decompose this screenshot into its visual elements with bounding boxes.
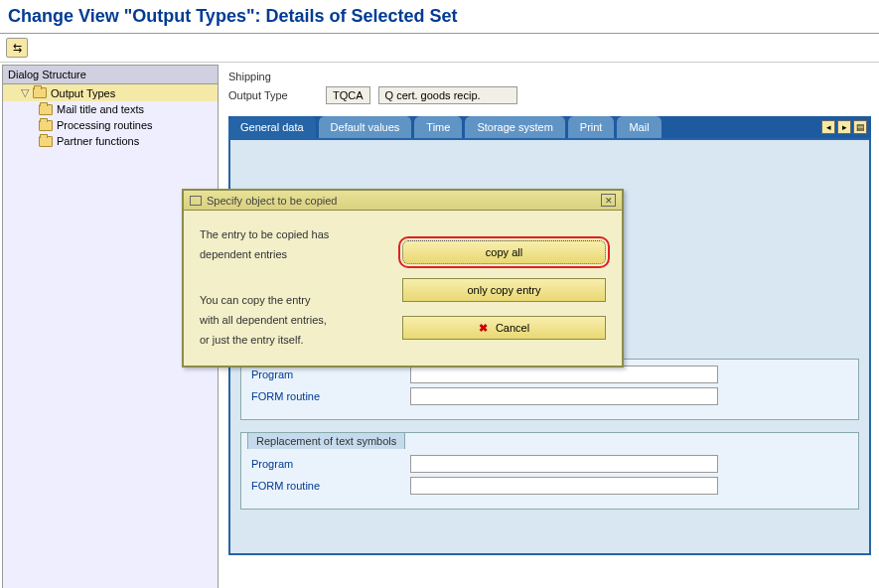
cancel-icon: ✖ [479,322,488,335]
folder-icon [39,120,53,131]
program-label: Program [251,368,410,380]
toolbar: ⇆ [0,34,879,63]
only-copy-entry-button[interactable]: only copy entry [402,278,606,302]
folder-icon [33,87,47,98]
tree-node-partner-functions[interactable]: Partner functions [3,133,218,149]
form-routine-label: FORM routine [251,390,410,402]
dialog-titlebar: Specify object to be copied ✕ [184,191,622,211]
tree-label: Processing routines [57,119,153,131]
tree-label: Mail title and texts [57,103,144,115]
expand-icon: ⇆ [13,42,22,54]
form-routine-input-1[interactable] [410,387,718,405]
program-label-2: Program [251,458,410,470]
fieldset-1: Program FORM routine [240,359,859,420]
dialog-message: The entry to be copied has dependent ent… [200,224,402,350]
tab-print[interactable]: Print [568,116,616,138]
folder-icon [39,104,53,115]
tab-mail[interactable]: Mail [617,116,661,138]
toolbar-expand-button[interactable]: ⇆ [6,38,28,58]
program-input-2[interactable] [410,455,718,473]
tab-default-values[interactable]: Default values [319,116,413,138]
output-type-label: Output Type [228,89,318,101]
dialog-line5: or just the entry itself. [200,330,402,350]
dialog-close-button[interactable]: ✕ [601,194,616,207]
copy-all-label: copy all [486,246,522,258]
dialog-icon [190,196,202,206]
folder-icon [39,136,53,147]
output-type-code: TQCA [326,86,370,104]
tab-general-data[interactable]: General data [228,116,317,138]
tab-scroll-right[interactable]: ▸ [837,120,851,134]
only-copy-label: only copy entry [468,284,541,296]
tree-node-mail-title[interactable]: Mail title and texts [3,101,218,117]
dialog-line3: You can copy the entry [200,290,402,310]
program-input-1[interactable] [410,366,718,383]
shipping-label: Shipping [228,71,271,82]
output-type-desc: Q cert. goods recip. [378,86,517,104]
page-title: Change View "Output Types": Details of S… [0,0,879,34]
dialog-title-text: Specify object to be copied [207,195,337,207]
copy-all-button[interactable]: copy all [402,240,606,264]
form-routine-label-2: FORM routine [251,480,410,492]
tree-collapse-icon[interactable]: ▽ [21,86,29,99]
tree-node-output-types[interactable]: ▽ Output Types [3,84,218,101]
tab-scroll-left[interactable]: ◂ [821,120,835,134]
dialog-line4: with all dependent entries, [200,310,402,330]
tab-storage-system[interactable]: Storage system [465,116,565,138]
copy-dialog: Specify object to be copied ✕ The entry … [182,189,624,368]
tree-label: Output Types [51,87,115,99]
fieldset-replacement: Replacement of text symbols Program FORM… [240,432,859,510]
fieldset-legend: Replacement of text symbols [247,432,405,449]
dialog-line1: The entry to be copied has [200,224,402,244]
form-routine-input-2[interactable] [410,477,718,495]
tree-node-processing-routines[interactable]: Processing routines [3,117,218,133]
tab-list-button[interactable]: ▤ [853,120,867,134]
sidebar-header: Dialog Structure [3,66,218,84]
tabstrip: General data Default values Time Storage… [228,116,871,138]
tab-time[interactable]: Time [414,116,463,138]
dialog-line2: dependent entries [200,244,402,264]
tree-label: Partner functions [57,135,139,147]
cancel-button[interactable]: ✖ Cancel [402,316,606,340]
cancel-label: Cancel [496,322,529,334]
